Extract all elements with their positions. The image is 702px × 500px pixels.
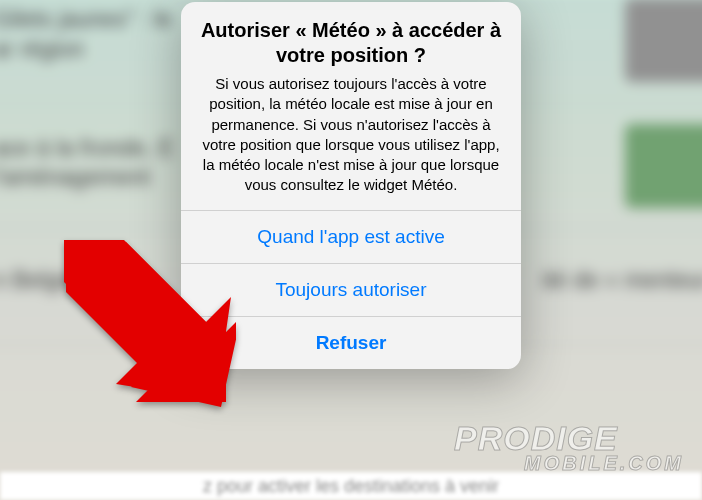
bg-bottom-text: z pour activer les destinations à venir <box>0 472 702 500</box>
deny-button[interactable]: Refuser <box>181 316 521 369</box>
bg-thumbnail <box>625 0 702 82</box>
alert-message: Si vous autorisez toujours l'accès à vot… <box>199 74 503 196</box>
bg-headline: ité de « menteur <box>542 267 702 294</box>
bg-thumbnail <box>625 124 702 208</box>
alert-title: Autoriser « Météo » à accéder à votre po… <box>199 18 503 68</box>
always-allow-button[interactable]: Toujours autoriser <box>181 263 521 316</box>
while-using-button[interactable]: Quand l'app est active <box>181 210 521 263</box>
alert-buttons: Quand l'app est active Toujours autorise… <box>181 210 521 369</box>
permission-alert: Autoriser « Météo » à accéder à votre po… <box>181 2 521 369</box>
